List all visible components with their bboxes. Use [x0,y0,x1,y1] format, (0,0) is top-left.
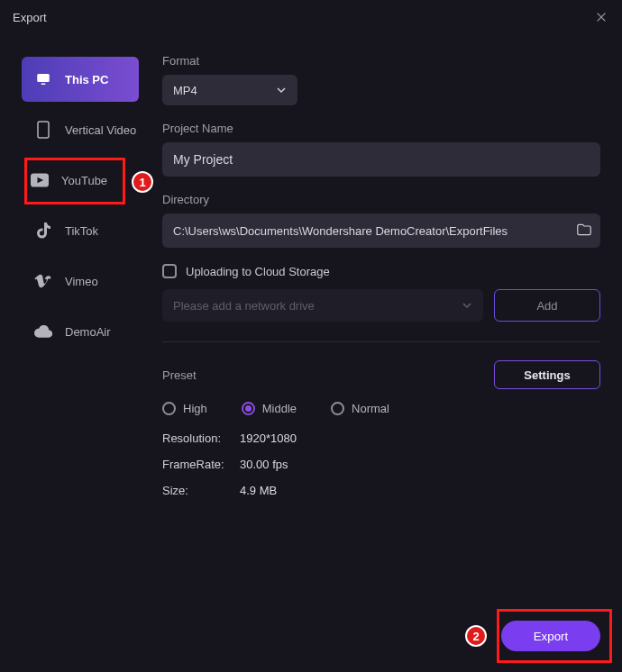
settings-button[interactable]: Settings [494,360,600,389]
export-label: Export [534,630,569,643]
add-drive-button[interactable]: Add [494,289,600,322]
directory-label: Directory [162,193,600,206]
sidebar-item-label: DemoAir [65,325,111,339]
sidebar-item-youtube[interactable]: YouTube [18,158,141,203]
sidebar-item-vimeo[interactable]: Vimeo [22,259,139,304]
preset-radio-high[interactable]: High [162,402,207,415]
folder-icon[interactable] [577,223,591,239]
sidebar-item-label: TikTok [65,224,98,238]
network-drive-select[interactable]: Please add a network drive [162,289,483,322]
size-label: Size: [162,484,240,497]
format-value: MP4 [173,84,197,97]
vimeo-icon [34,273,52,289]
window-title: Export [13,11,47,24]
tiktok-icon [34,222,52,239]
directory-path: C:\Users\ws\Documents\Wondershare DemoCr… [173,224,577,238]
export-form: Format MP4 Project Name Directory C:\Use… [151,34,622,600]
radio-icon [162,402,176,415]
svg-rect-1 [41,84,46,86]
network-drive-placeholder: Please add a network drive [173,299,315,313]
format-label: Format [162,54,600,68]
preset-label: Preset [162,368,197,382]
sidebar-item-label: Vertical Video [65,123,136,137]
cloud-icon [34,325,52,338]
radio-label: Normal [352,402,389,415]
monitor-icon [34,71,52,87]
export-button[interactable]: Export [501,621,600,651]
size-value: 4.9 MB [240,484,600,497]
annotation-badge-2: 2 [465,625,487,647]
framerate-value: 30.00 fps [240,458,600,471]
svg-rect-2 [38,122,49,138]
annotation-badge-1: 1 [132,171,153,193]
close-icon [595,11,608,23]
sidebar-item-vertical-video[interactable]: Vertical Video [22,107,139,152]
cloud-upload-checkbox[interactable] [162,264,177,278]
radio-label: High [183,402,207,415]
radio-icon [242,402,255,415]
export-sidebar: This PC Vertical Video YouTube TikTok Vi [0,34,151,600]
sidebar-item-tiktok[interactable]: TikTok [22,208,139,253]
format-dropdown[interactable]: MP4 [162,75,297,105]
sidebar-item-label: Vimeo [65,275,98,288]
sidebar-item-label: YouTube [61,174,107,187]
preset-radio-normal[interactable]: Normal [331,402,389,415]
project-name-input[interactable] [162,142,600,177]
project-name-label: Project Name [162,122,600,135]
sidebar-item-label: This PC [65,73,108,86]
chevron-down-icon [276,85,287,95]
resolution-value: 1920*1080 [240,431,600,445]
close-button[interactable] [593,9,609,25]
phone-icon [34,121,52,139]
cloud-upload-label: Uploading to Cloud Storage [186,265,330,278]
divider [162,341,600,342]
resolution-label: Resolution: [162,431,240,445]
radio-label: Middle [262,402,297,415]
youtube-icon [31,173,49,187]
settings-label: Settings [524,368,570,382]
sidebar-item-demoair[interactable]: DemoAir [22,309,139,354]
add-drive-label: Add [536,299,557,313]
chevron-down-icon [462,300,472,311]
preset-radio-middle[interactable]: Middle [242,402,297,415]
framerate-label: FrameRate: [162,458,240,471]
directory-input[interactable]: C:\Users\ws\Documents\Wondershare DemoCr… [162,213,600,248]
svg-rect-0 [37,74,50,82]
radio-icon [331,402,344,415]
sidebar-item-this-pc[interactable]: This PC [22,57,139,102]
